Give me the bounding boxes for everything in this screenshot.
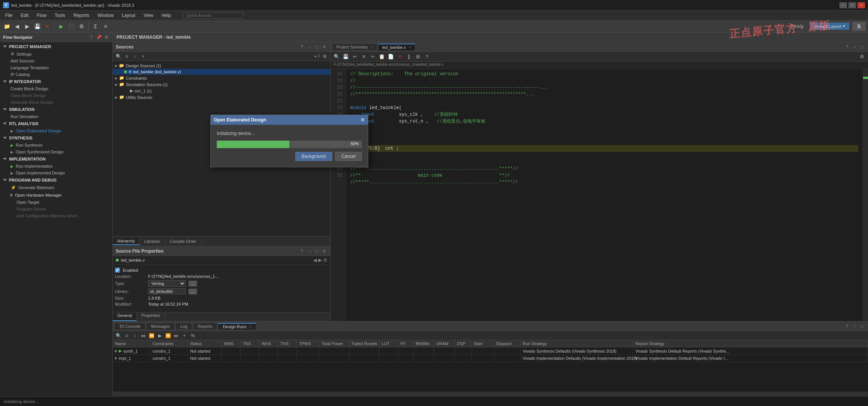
- ed-cut-btn[interactable]: ✂: [369, 53, 377, 61]
- tab-libraries[interactable]: Libraries: [140, 238, 165, 245]
- editor-minimize-btn[interactable]: −: [851, 44, 857, 50]
- sources-maximize-btn[interactable]: □: [314, 44, 320, 50]
- toolbar-open-btn[interactable]: 📁: [2, 22, 11, 31]
- toolbar-save-btn[interactable]: 💾: [33, 22, 42, 31]
- ed-help2-btn[interactable]: ?: [423, 53, 431, 61]
- nav-open-target[interactable]: Open Target: [0, 199, 112, 206]
- nav-ip-catalog[interactable]: IP Catalog: [0, 71, 112, 78]
- led-twinkle-source[interactable]: led_twinkle (led_twinkle.v): [113, 69, 330, 75]
- utility-sources-header[interactable]: ▶ 📁 Utility Sources: [113, 94, 330, 100]
- ed-redo-btn[interactable]: ✕: [360, 53, 367, 61]
- ed-save-btn[interactable]: 💾: [342, 53, 349, 61]
- toolbar-settings-btn[interactable]: ⚙: [77, 22, 86, 31]
- toolbar-logo-btn[interactable]: S: [852, 22, 866, 31]
- toolbar-run-btn[interactable]: ▶: [57, 22, 66, 31]
- tab-hierarchy[interactable]: Hierarchy: [113, 238, 140, 245]
- tab-tcl-console[interactable]: Tcl Console: [114, 323, 145, 329]
- quick-access-input[interactable]: [183, 12, 243, 19]
- nav-settings[interactable]: ⚙ Settings: [0, 50, 112, 58]
- dr-filter-btn[interactable]: ≡: [123, 332, 130, 339]
- ed-undo-btn[interactable]: ↩: [351, 53, 358, 61]
- toolbar-stop-btn[interactable]: ⬛: [67, 22, 76, 31]
- tab-ltv-close[interactable]: ×: [409, 45, 411, 49]
- design-sources-header[interactable]: ▶ 📂 Design Sources (1): [113, 62, 330, 69]
- bottom-help-btn[interactable]: ?: [844, 323, 850, 329]
- sim-sources-header[interactable]: ▶ 📁 Simulation Sources (1): [113, 81, 330, 88]
- toolbar-sum-btn[interactable]: Σ: [91, 22, 100, 31]
- menu-file[interactable]: File: [2, 12, 16, 19]
- dr-last-btn[interactable]: ⏭: [173, 332, 180, 339]
- ed-close-btn[interactable]: ✕: [396, 53, 404, 61]
- section-synthesis[interactable]: SYNTHESIS: [0, 134, 112, 142]
- sources-sort-btn[interactable]: ↕: [132, 53, 138, 60]
- menu-reports[interactable]: Reports: [70, 12, 93, 19]
- cancel-button[interactable]: Cancel: [335, 152, 362, 161]
- dr-add-btn[interactable]: +: [181, 332, 188, 339]
- code-content[interactable]: // Descriptions: The original version //…: [346, 69, 863, 321]
- ed-settings-btn[interactable]: ⚙: [858, 53, 866, 61]
- ed-table-btn[interactable]: ⊞: [414, 53, 422, 61]
- minimize-button[interactable]: −: [839, 2, 847, 8]
- type-select[interactable]: Verilog: [148, 280, 186, 287]
- tab-dr-close[interactable]: ×: [249, 325, 251, 329]
- ed-search-btn[interactable]: 🔍: [333, 53, 340, 61]
- toolbar-more-btn[interactable]: ≡: [101, 22, 110, 31]
- background-button[interactable]: Background: [295, 152, 332, 161]
- library-input[interactable]: [148, 288, 186, 294]
- section-ip-integrator[interactable]: IP INTEGRATOR: [0, 78, 112, 85]
- close-button[interactable]: ×: [857, 2, 865, 8]
- nav-run-simulation[interactable]: Run Simulation: [0, 113, 112, 120]
- menu-window[interactable]: Window: [94, 12, 117, 19]
- nav-add-sources[interactable]: Add Sources: [0, 58, 112, 64]
- section-simulation[interactable]: SIMULATION: [0, 106, 112, 113]
- ed-copy-btn[interactable]: 📋: [378, 53, 386, 61]
- nav-run-implementation[interactable]: ▶ Run Implementation: [0, 163, 112, 170]
- layout-button[interactable]: Default Layout ▾: [811, 23, 849, 30]
- menu-help[interactable]: Help: [158, 12, 175, 19]
- nav-open-hardware-manager[interactable]: Open Hardware Manager: [0, 191, 112, 199]
- section-program-debug[interactable]: PROGRAM AND DEBUG: [0, 176, 112, 184]
- sources-filter-btn[interactable]: ≡: [123, 53, 130, 60]
- ed-paste-btn[interactable]: 📄: [387, 53, 395, 61]
- sp-gear[interactable]: ⚙: [323, 258, 327, 263]
- editor-help-btn[interactable]: ?: [844, 44, 850, 50]
- nav-open-synthesized-design[interactable]: ▶ Open Synthesized Design: [0, 148, 112, 155]
- dr-prev-btn[interactable]: ⏪: [148, 332, 155, 339]
- sp-close-btn[interactable]: ✕: [321, 248, 327, 254]
- sp-maximize-btn[interactable]: □: [314, 248, 320, 254]
- sp-nav-back[interactable]: ◀: [313, 258, 317, 263]
- section-rtl-analysis[interactable]: RTL ANALYSIS: [0, 120, 112, 127]
- tab-ps-close[interactable]: ×: [371, 45, 373, 49]
- bottom-minimize-btn[interactable]: −: [851, 323, 857, 329]
- enabled-checkbox[interactable]: [115, 268, 120, 273]
- dr-search-btn[interactable]: 🔍: [115, 332, 122, 339]
- nav-language-templates[interactable]: Language Templates: [0, 64, 112, 71]
- sources-close-btn[interactable]: ✕: [321, 44, 327, 50]
- tab-messages[interactable]: Messages: [146, 323, 175, 329]
- bottom-maximize-btn[interactable]: □: [859, 323, 865, 329]
- ed-comment-btn[interactable]: ‖: [405, 53, 413, 61]
- sim1-item[interactable]: ▶ sim_1 (1): [113, 88, 330, 94]
- modal-close-btn[interactable]: ✕: [360, 117, 365, 123]
- nav-create-block-design[interactable]: Create Block Design: [0, 85, 112, 92]
- menu-layout[interactable]: Layout: [118, 12, 139, 19]
- sources-help-btn[interactable]: ?: [299, 44, 305, 50]
- toolbar-forward-btn[interactable]: ▶: [23, 22, 32, 31]
- tab-general[interactable]: General: [113, 312, 137, 321]
- menu-flow[interactable]: Flow: [33, 12, 50, 19]
- sp-nav-fwd[interactable]: ▶: [318, 258, 322, 263]
- code-editor[interactable]: 18 19 20 21 22 23 24 25 31 32 33: [331, 69, 868, 321]
- tab-log[interactable]: Log: [175, 323, 192, 329]
- menu-edit[interactable]: Edit: [17, 12, 32, 19]
- library-browse-btn[interactable]: ...: [189, 289, 197, 294]
- table-row-synth[interactable]: ▶ synth_1 constrs_1 Not started: [113, 347, 868, 355]
- nav-open-implemented-design[interactable]: ▶ Open Implemented Design: [0, 170, 112, 176]
- tab-led-twinkle-v[interactable]: led_twinkle.v ×: [378, 44, 415, 50]
- table-row-impl[interactable]: impl_1 constrs_1 Not started: [113, 355, 868, 362]
- dr-next-btn[interactable]: ⏩: [165, 332, 171, 339]
- menu-tools[interactable]: Tools: [51, 12, 69, 19]
- sources-gear-btn[interactable]: ⚙: [321, 53, 328, 60]
- nav-run-synthesis[interactable]: ▶ Run Synthesis: [0, 142, 112, 148]
- section-implementation[interactable]: IMPLEMENTATION: [0, 155, 112, 163]
- nav-generate-bitstream[interactable]: ⚡ Generate Bitstream: [0, 184, 112, 191]
